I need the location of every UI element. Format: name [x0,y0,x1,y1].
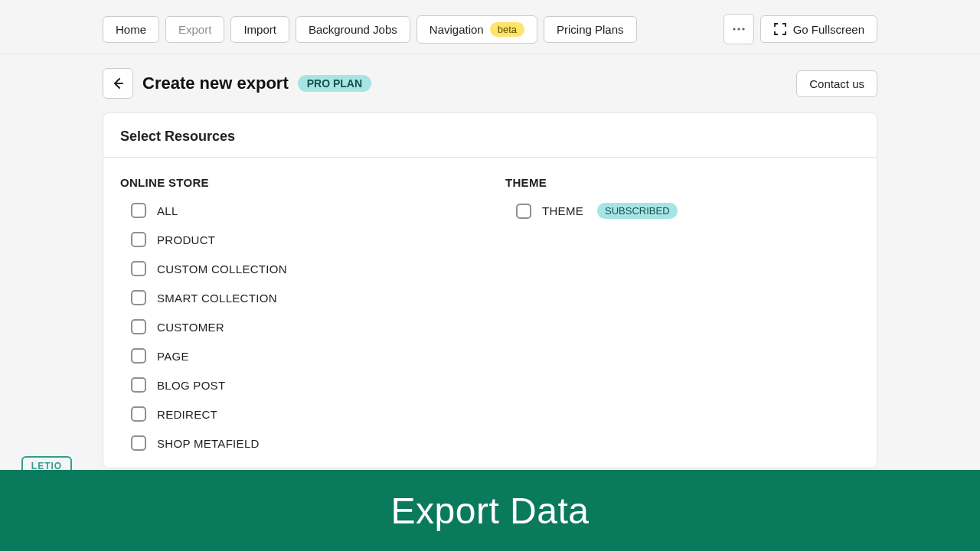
nav-export-button[interactable]: Export [165,16,224,43]
back-button[interactable] [103,68,133,99]
checkbox-all[interactable]: ALL [131,203,475,218]
checkbox-icon [131,261,146,276]
nav-pricing-plans-button[interactable]: Pricing Plans [544,16,637,43]
checkbox-label: PRODUCT [157,233,215,246]
contact-us-button[interactable]: Contact us [796,70,877,97]
checkbox-icon [131,377,146,393]
plan-badge: PRO PLAN [298,75,371,92]
checkbox-label: THEME [542,204,583,217]
checkbox-redirect[interactable]: REDIRECT [131,406,475,422]
checkbox-icon [131,435,146,451]
checkbox-customer[interactable]: CUSTOMER [131,319,475,334]
online-store-list: ALL PRODUCT CUSTOM COLLECTION SMART COLL… [120,203,475,451]
checkbox-label: REDIRECT [157,408,217,421]
checkbox-icon [131,406,146,422]
checkbox-icon [131,319,146,334]
more-horizontal-icon [731,21,746,37]
svg-point-2 [742,28,744,30]
checkbox-theme[interactable]: THEME SUBSCRIBED [516,203,860,219]
arrow-left-icon [110,76,126,91]
theme-heading: THEME [505,176,860,189]
checkbox-product[interactable]: PRODUCT [131,232,475,247]
checkbox-icon [516,204,531,219]
go-fullscreen-button[interactable]: Go Fullscreen [760,15,877,43]
nav-background-jobs-button[interactable]: Background Jobs [296,16,410,43]
card-title: Select Resources [103,113,877,158]
checkbox-label: SHOP METAFIELD [157,437,260,450]
theme-list: THEME SUBSCRIBED [505,203,860,219]
bottom-banner: Export Data [0,470,980,551]
select-resources-card: Select Resources ONLINE STORE ALL PRODUC… [103,112,877,468]
page-title: Create new export [142,73,289,93]
online-store-heading: ONLINE STORE [120,176,475,189]
online-store-column: ONLINE STORE ALL PRODUCT CUSTOM COLLECTI… [120,176,475,451]
checkbox-shop-metafield[interactable]: SHOP METAFIELD [131,435,475,451]
checkbox-page[interactable]: PAGE [131,348,475,364]
more-menu-button[interactable] [724,14,754,44]
checkbox-label: ALL [157,204,178,217]
checkbox-label: BLOG POST [157,379,225,392]
beta-badge: beta [490,22,524,37]
checkbox-icon [131,232,146,247]
go-fullscreen-label: Go Fullscreen [793,23,864,36]
svg-point-1 [737,28,740,30]
checkbox-label: PAGE [157,350,189,363]
svg-point-0 [733,28,735,30]
theme-column: THEME THEME SUBSCRIBED [505,176,860,451]
checkbox-icon [131,203,146,218]
page-header: Create new export PRO PLAN Contact us [0,54,980,108]
nav-home-button[interactable]: Home [103,16,159,43]
checkbox-smart-collection[interactable]: SMART COLLECTION [131,290,475,305]
nav-navigation-label: Navigation [430,23,484,36]
banner-title: Export Data [391,490,590,532]
checkbox-icon [131,348,146,364]
checkbox-label: CUSTOMER [157,321,224,334]
nav-navigation-button[interactable]: Navigation beta [416,15,537,44]
checkbox-custom-collection[interactable]: CUSTOM COLLECTION [131,261,475,276]
fullscreen-icon [773,22,787,36]
checkbox-blog-post[interactable]: BLOG POST [131,377,475,393]
checkbox-label: SMART COLLECTION [157,292,277,305]
subscribed-badge: SUBSCRIBED [597,203,678,219]
nav-import-button[interactable]: Import [230,16,289,43]
checkbox-icon [131,290,146,305]
top-nav: Home Export Import Background Jobs Navig… [0,0,980,54]
checkbox-label: CUSTOM COLLECTION [157,262,287,276]
